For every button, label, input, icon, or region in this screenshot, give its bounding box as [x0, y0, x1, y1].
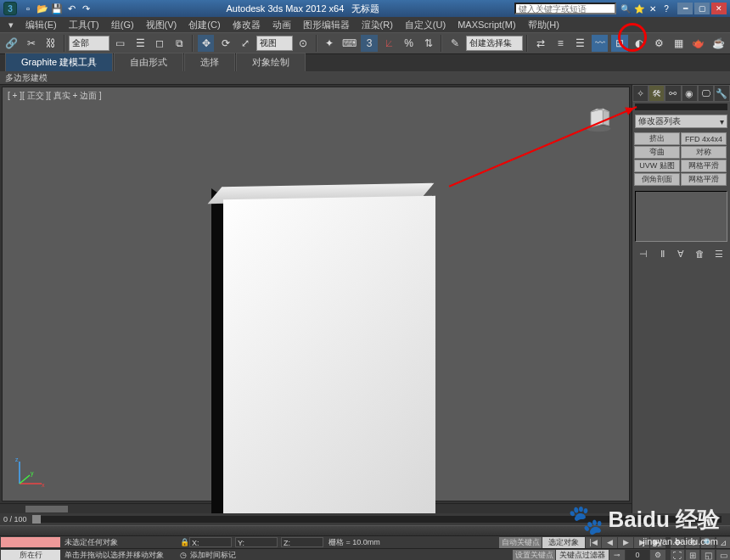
menu-modifiers[interactable]: 修改器 [227, 18, 266, 32]
angle-snap-icon[interactable]: ⟀ [380, 34, 398, 53]
exchange-icon[interactable]: ✕ [647, 3, 659, 14]
help-search-input[interactable] [514, 3, 616, 14]
zoom-all-icon[interactable]: ⊞ [686, 550, 699, 561]
curve-editor-icon[interactable]: 〰 [591, 34, 609, 53]
render-prod-icon[interactable]: 🫖 [689, 34, 707, 53]
keymode-toggle-icon[interactable]: ⊸ [609, 550, 625, 561]
max-toggle-icon[interactable]: ◱ [701, 550, 715, 561]
coord-x-input[interactable]: X: [189, 537, 232, 547]
modifier-stack[interactable] [635, 191, 727, 242]
time-tag-icon[interactable]: ◷ [180, 551, 187, 559]
current-frame-input[interactable]: 0 [626, 550, 649, 561]
named-sel-edit-icon[interactable]: ✎ [446, 34, 463, 53]
undo-icon[interactable]: ↶ [65, 3, 77, 14]
autokey-button[interactable]: 自动关键点 [499, 537, 542, 548]
play-icon[interactable]: ▶ [618, 537, 633, 548]
select-region-icon[interactable]: ◻ [151, 34, 169, 53]
app-logo-icon[interactable]: 3 [3, 2, 17, 15]
setkey-button[interactable]: 设置关键点 [513, 550, 555, 561]
lock-icon[interactable]: 🔒 [180, 538, 189, 546]
show-end-icon[interactable]: Ⅱ [656, 248, 668, 260]
menu-maxscript[interactable]: MAXScript(M) [452, 19, 520, 31]
viewport-label[interactable]: [ + ][ 正交 ][ 真实 + 边面 ] [8, 90, 102, 102]
tab-create-icon[interactable]: ✧ [632, 85, 649, 102]
menu-tools[interactable]: 工具(T) [64, 18, 104, 32]
unlink-icon[interactable]: ✂ [22, 34, 40, 53]
tab-selection[interactable]: 选择 [184, 53, 235, 71]
maximize-button[interactable]: ▢ [694, 3, 710, 14]
mod-extrude-button[interactable]: 挤出 [634, 132, 680, 145]
bind-icon[interactable]: ⛓ [42, 34, 60, 53]
subscription-icon[interactable]: ⭐ [633, 3, 645, 14]
manipulate-icon[interactable]: ✦ [321, 34, 339, 53]
save-icon[interactable]: 💾 [51, 3, 63, 14]
mod-ffd-button[interactable]: FFD 4x4x4 [681, 132, 727, 145]
schematic-icon[interactable]: ⊞ [610, 34, 628, 53]
material-editor-icon[interactable]: ◐ [631, 34, 649, 53]
minimize-button[interactable]: ━ [677, 3, 693, 14]
menu-views[interactable]: 视图(V) [141, 18, 182, 32]
unique-icon[interactable]: ∀ [675, 248, 687, 260]
menu-app-icon[interactable]: ▾ [3, 19, 19, 31]
tab-hierarchy-icon[interactable]: ⚯ [665, 85, 681, 102]
prev-frame-icon[interactable]: ◀ [602, 537, 617, 548]
remove-mod-icon[interactable]: 🗑 [694, 248, 706, 260]
render-setup-icon[interactable]: ⚙ [650, 34, 668, 53]
zoom-extents-icon[interactable]: ⛶ [671, 550, 684, 561]
add-time-tag[interactable]: 添加时间标记 [190, 550, 236, 561]
search-go-icon[interactable]: 🔍 [620, 3, 632, 14]
selected-dropdown[interactable]: 选定对象 [542, 537, 585, 548]
layers-icon[interactable]: ☰ [571, 34, 589, 53]
menu-customize[interactable]: 自定义(U) [400, 18, 451, 32]
ribbon-panel-label[interactable]: 多边形建模 [0, 71, 730, 85]
refcoord-dropdown[interactable]: 视图 [256, 36, 293, 51]
close-button[interactable]: ✕ [711, 3, 727, 14]
window-crossing-icon[interactable]: ⧉ [171, 34, 188, 53]
coord-z-input[interactable]: Z: [281, 537, 323, 547]
object-color-swatch[interactable] [635, 104, 727, 110]
tab-modify-icon[interactable]: 🛠 [649, 85, 665, 102]
select-icon[interactable]: ▭ [111, 34, 129, 53]
open-icon[interactable]: 📂 [36, 3, 48, 14]
coord-y-input[interactable]: Y: [235, 537, 278, 547]
new-icon[interactable]: ▫ [22, 3, 34, 14]
viewcube-icon[interactable] [583, 103, 614, 133]
mod-bevelprofile-button[interactable]: 倒角剖面 [634, 173, 680, 186]
menu-group[interactable]: 组(G) [106, 18, 139, 32]
script-listener-mini[interactable] [1, 537, 60, 547]
tab-display-icon[interactable]: 🖵 [698, 85, 714, 102]
snap-toggle-icon[interactable]: 3 [360, 34, 378, 53]
spinner-snap-icon[interactable]: ⇅ [419, 34, 437, 53]
align-icon[interactable]: ≡ [552, 34, 570, 53]
time-config-icon[interactable]: ⚙ [650, 550, 665, 561]
select-name-icon[interactable]: ☰ [131, 34, 149, 53]
named-selection-dropdown[interactable]: 创建选择集 [466, 36, 524, 51]
tab-objectpaint[interactable]: 对象绘制 [236, 53, 306, 71]
mod-symmetry-button[interactable]: 对称 [681, 146, 727, 159]
keyfilters-button[interactable]: 关键点过滤器 [556, 550, 609, 561]
redo-icon[interactable]: ↷ [80, 3, 92, 14]
tab-utilities-icon[interactable]: 🔧 [714, 85, 730, 102]
goto-start-icon[interactable]: |◀ [586, 537, 601, 548]
mod-meshsmooth-button[interactable]: 网格平滑 [681, 160, 727, 172]
mod-meshsmooth2-button[interactable]: 网格平滑 [681, 173, 727, 186]
select-move-icon[interactable]: ✥ [197, 34, 215, 53]
region-zoom-icon[interactable]: ▭ [716, 550, 730, 561]
tab-freeform[interactable]: 自由形式 [114, 53, 183, 71]
menu-rendering[interactable]: 渲染(R) [357, 18, 398, 32]
render-iter-icon[interactable]: ☕ [710, 34, 727, 53]
pin-stack-icon[interactable]: ⊣ [637, 248, 649, 260]
menu-help[interactable]: 帮助(H) [523, 18, 564, 32]
menu-edit[interactable]: 编辑(E) [20, 18, 62, 32]
pivot-icon[interactable]: ⊙ [295, 34, 312, 53]
render-frame-icon[interactable]: ▦ [670, 34, 688, 53]
selection-filter-dropdown[interactable]: 全部 [69, 36, 110, 51]
help-icon[interactable]: ? [660, 3, 672, 14]
configure-icon[interactable]: ☰ [713, 248, 725, 260]
viewport[interactable]: [ + ][ 正交 ][ 真实 + 边面 ] z x y [2, 87, 630, 501]
link-icon[interactable]: 🔗 [3, 34, 20, 53]
select-scale-icon[interactable]: ⤢ [237, 34, 255, 53]
menu-create[interactable]: 创建(C) [183, 18, 225, 32]
menu-animation[interactable]: 动画 [267, 18, 296, 32]
keymode-icon[interactable]: ⌨ [340, 34, 358, 53]
